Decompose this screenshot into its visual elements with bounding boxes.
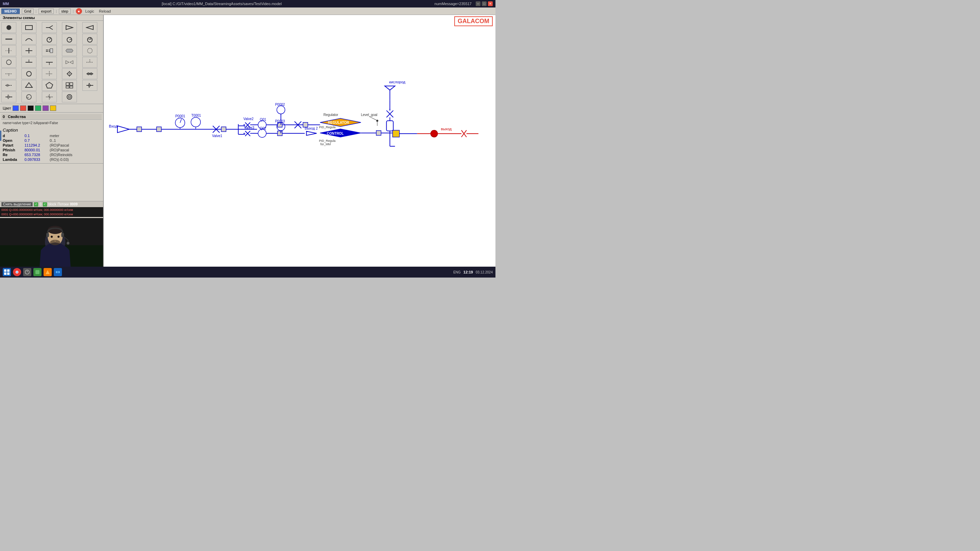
element-misc2[interactable]: [2, 92, 16, 102]
color-yellow[interactable]: [50, 105, 56, 111]
element-pipe1[interactable]: [21, 57, 37, 68]
svg-marker-6: [86, 25, 93, 30]
taskbar-app2[interactable]: [33, 268, 41, 276]
taskbar-app3[interactable]: [43, 268, 52, 276]
prop-name-open: Open: [3, 138, 23, 143]
minimize-button[interactable]: ─: [476, 2, 480, 6]
color-red[interactable]: [20, 105, 26, 111]
element-t-conn[interactable]: [82, 57, 97, 68]
prop-unit-open: 0..1: [50, 138, 77, 143]
svg-text:выход: выход: [441, 127, 452, 131]
run-button[interactable]: ●: [76, 8, 82, 14]
prop-unit-re: (RO)Reinolds: [50, 153, 77, 157]
svg-text:P0002: P0002: [275, 103, 285, 106]
element-cross1[interactable]: [2, 45, 16, 56]
svg-point-67: [68, 96, 70, 98]
color-purple[interactable]: [43, 105, 49, 111]
taskbar-app4[interactable]: [54, 268, 62, 276]
maximize-button[interactable]: □: [482, 2, 487, 6]
element-gauge1[interactable]: [42, 34, 57, 44]
svg-rect-1: [25, 25, 32, 30]
element-valve-sym[interactable]: [62, 57, 77, 68]
logic-button[interactable]: Logic: [84, 9, 95, 14]
prop-row-pfinish: Pfinish 80000.01 (RO)Pascal: [2, 148, 102, 152]
galacom-logo: GALACOM: [454, 16, 493, 26]
element-gear[interactable]: [62, 68, 77, 79]
element-circle-thin[interactable]: [82, 45, 97, 56]
svg-point-76: [51, 236, 53, 238]
close-button[interactable]: ✕: [488, 2, 493, 6]
flow-line-2: 0002 Q=000.00001254 м³/сек; 000.05125373…: [2, 216, 102, 217]
check1[interactable]: ✓: [34, 202, 38, 206]
svg-text:for_MM: for_MM: [321, 143, 331, 146]
properties-subtitle: name=valve type=2 isApparat=False: [2, 121, 102, 125]
element-line[interactable]: [2, 34, 16, 44]
prop-row-open: Open 0.7 0..1: [2, 138, 102, 143]
properties-title: 0 Свойства: [2, 114, 102, 120]
color-black[interactable]: [27, 105, 34, 111]
svg-line-11: [69, 39, 72, 40]
element-arrow-out[interactable]: [82, 22, 97, 33]
svg-rect-56: [70, 86, 73, 88]
svg-point-75: [67, 242, 69, 245]
element-circle-small[interactable]: [2, 57, 16, 68]
element-cross2[interactable]: [21, 45, 37, 56]
svg-text:CONTROL: CONTROL: [327, 132, 344, 135]
element-curve[interactable]: [21, 34, 37, 44]
element-gauge2[interactable]: [62, 34, 77, 44]
svg-point-78: [50, 240, 60, 245]
element-misc3[interactable]: ∞: [21, 92, 37, 102]
sniat-button[interactable]: Снять выделение: [2, 202, 33, 206]
element-misc5[interactable]: [62, 92, 77, 102]
svg-rect-142: [376, 130, 381, 135]
element-pipe2[interactable]: [42, 57, 57, 68]
step-button[interactable]: step: [59, 8, 71, 14]
element-arrow-in[interactable]: [62, 22, 77, 33]
left-panel: Элементы схемы: [0, 15, 104, 278]
check2[interactable]: ✓: [43, 202, 47, 206]
num-val: 0009: [70, 202, 78, 206]
titlebar-left: MM: [3, 2, 9, 6]
element-misc4[interactable]: [42, 92, 57, 102]
element-gauge3[interactable]: [82, 34, 97, 44]
taskbar-lang: ENG: [453, 270, 461, 274]
prop-val-open[interactable]: 0.7: [24, 138, 48, 143]
galacom-text: GALACOM: [458, 18, 489, 24]
svg-marker-84: [118, 126, 129, 133]
svg-marker-172: [307, 131, 317, 135]
taskbar-app1[interactable]: [23, 268, 31, 276]
element-arrow-split[interactable]: [42, 22, 57, 33]
element-dot[interactable]: [2, 22, 16, 33]
element-polygon[interactable]: [21, 80, 37, 91]
element-grid-sym[interactable]: [62, 80, 77, 91]
prop-val-lambda: 0.097833: [24, 157, 48, 162]
chrome-icon[interactable]: [13, 268, 21, 276]
potoki-label: Потоки: [57, 202, 69, 206]
element-connector1[interactable]: [82, 68, 97, 79]
svg-rect-53: [66, 83, 69, 86]
element-rect[interactable]: [21, 22, 37, 33]
reload-button[interactable]: Reload: [98, 9, 112, 14]
element-connector2[interactable]: [2, 80, 16, 91]
prop-val-d[interactable]: 0.1: [24, 134, 48, 138]
color-blue[interactable]: [13, 105, 19, 111]
element-pentagon[interactable]: [42, 80, 57, 91]
export-button[interactable]: export: [38, 8, 54, 14]
main-canvas[interactable]: Вход P0001 T0001 Valve1: [104, 15, 495, 278]
color-green[interactable]: [35, 105, 41, 111]
svg-marker-175: [385, 86, 395, 90]
taskbar: ENG 12:19 03.12.2024: [0, 267, 495, 278]
start-button[interactable]: [3, 268, 11, 276]
svg-text:VALVE: VALVE: [329, 136, 337, 139]
element-misc1[interactable]: [82, 80, 97, 91]
schema-svg: Вход P0001 T0001 Valve1: [104, 15, 495, 278]
element-circle2[interactable]: [21, 68, 37, 79]
element-hex[interactable]: [62, 45, 77, 56]
element-t-conn2[interactable]: [2, 68, 16, 79]
flow-line-0: 0000 Q=000.00000000 м³/сек; 000.00000000…: [2, 208, 102, 212]
props-zero: 0: [3, 114, 5, 119]
element-pipe3[interactable]: [42, 68, 57, 79]
grid-button[interactable]: Grid: [22, 8, 34, 14]
menu-button[interactable]: МЕНЮ: [2, 8, 20, 14]
element-dashes[interactable]: [42, 45, 57, 56]
